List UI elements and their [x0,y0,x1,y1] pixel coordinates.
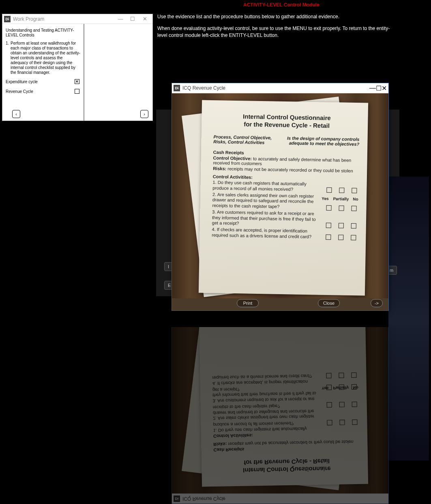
activity-text: 4. If checks are accepted, is proper ide… [212,227,320,240]
app-icon: Di [4,16,11,22]
activity-row-1: 1. Do they use cash registers that autom… [212,180,358,194]
checkbox-yes[interactable] [326,205,331,210]
module-title: ACTIVITY-LEVEL Control Module [243,2,319,8]
minimize-button[interactable]: — [114,14,127,24]
col-no: No [352,197,359,201]
work-program-body: Understanding and Testing ACTIVITY-LEVEL… [2,24,152,121]
response-column-headers: Yes Partially No [320,196,359,202]
questionnaire-paper: Internal Control Questionnaire for the R… [199,100,368,295]
risks-label: Risks: [213,166,226,171]
next-page-button[interactable]: -> [371,299,383,307]
col-partially: Partially [332,196,350,201]
cycle-label: Revenue Cycle [6,89,33,94]
checkbox-no[interactable] [351,223,356,228]
col-yes: Yes [320,196,330,201]
checkbox-partially[interactable] [339,187,344,193]
work-program-titlebar[interactable]: Di Work Program — ☐ ✕ [2,14,152,24]
work-program-left-pane: Understanding and Testing ACTIVITY-LEVEL… [2,24,84,121]
work-program-window: Di Work Program — ☐ ✕ Understanding and … [2,14,153,121]
checkbox-yes[interactable] [326,187,332,193]
activity-row-3: 3. Are customers required to ask for a r… [212,209,358,229]
icq-content-area: Internal Control Questionnaire for the R… [172,93,388,298]
checkbox-partially[interactable] [339,223,344,228]
work-program-right-pane [84,24,152,121]
checkbox-icon[interactable] [75,79,79,84]
instruction-line-2: When done evaluating activity-level cont… [157,25,397,39]
checkbox-no[interactable] [351,235,356,240]
checkbox-partially[interactable] [339,205,344,211]
checkbox-yes[interactable] [326,223,331,228]
activity-row-4: 4. If checks are accepted, is proper ide… [212,227,358,241]
checkbox-yes[interactable] [326,235,331,240]
checkbox-no[interactable] [352,188,357,193]
icq-window: Di ICQ Revenue Cycle — ☐ ✕ Internal Cont… [172,83,389,311]
cycle-label: Expenditure cycle [6,80,38,84]
instructions-block: Use the evidence list and the procedure … [157,13,397,43]
icq-titlebar[interactable]: Di ICQ Revenue Cycle — ☐ ✕ [172,83,388,93]
minimize-button[interactable]: — [369,84,376,92]
checkbox-no[interactable] [351,205,356,211]
close-button[interactable]: ✕ [382,84,387,92]
checkbox-partially[interactable] [338,235,343,240]
step-text: Perform at least one walkthrough for eac… [11,41,80,75]
activity-text: 1. Do they use cash registers that autom… [212,180,321,193]
cycle-row-revenue[interactable]: Revenue Cycle [6,89,80,94]
work-program-title: Work Program [13,16,114,22]
step-number: 1. [6,41,11,46]
activity-text: 3. Are customers required to ask for a r… [212,209,321,228]
next-page-button[interactable]: › [140,110,148,118]
control-objective: Control Objective: to accurately and saf… [213,155,359,168]
process-header-right-2: adequate to meet the objectives? [282,140,359,146]
reflection: E I m Di ICQ Revenue Cycle Internal Cont… [156,327,399,504]
cycle-row-expenditure[interactable]: Expenditure cycle [6,79,80,84]
app-icon: Di [174,85,180,91]
work-program-heading: Understanding and Testing ACTIVITY-LEVEL… [6,28,80,38]
maximize-button[interactable]: ☐ [376,84,382,92]
maximize-button[interactable]: ☐ [127,14,139,24]
process-header-row: Process, Control Objective, Risks, Contr… [213,134,359,146]
activity-text: 2. Are sales clerks assigned their own c… [212,192,322,210]
checkbox-icon[interactable] [75,89,79,94]
icq-button-bar: Print Close -> [172,298,388,308]
activity-row-2: 2. Are sales clerks assigned their own c… [212,192,359,211]
work-program-step: 1. Perform at least one walkthrough for … [6,41,80,75]
close-doc-button[interactable]: Close [318,299,340,307]
instruction-line-1: Use the evidence list and the procedure … [157,13,397,20]
prev-page-button[interactable]: ‹ [12,110,20,118]
icq-window-reflection: Di ICQ Revenue Cycle Internal Control Qu… [172,327,389,504]
doc-subtitle: for the Revenue Cycle - Retail [214,120,360,129]
close-button[interactable]: ✕ [139,14,151,24]
print-button[interactable]: Print [237,299,259,307]
icq-title: ICQ Revenue Cycle [182,85,369,91]
